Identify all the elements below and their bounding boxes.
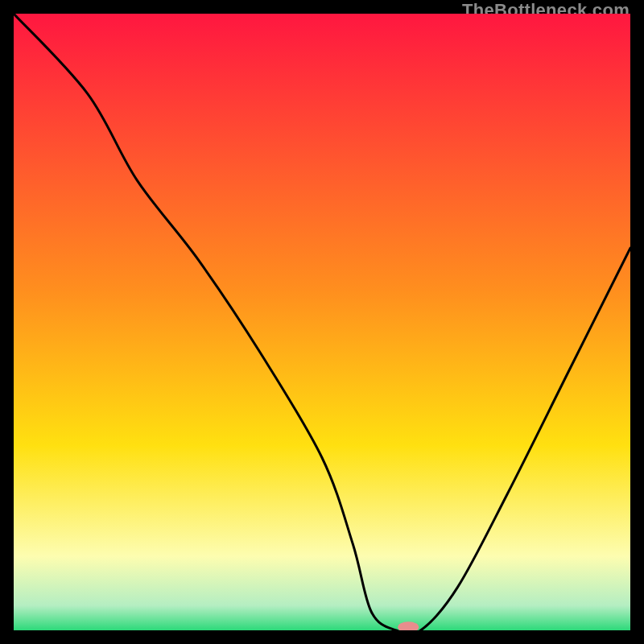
bottleneck-chart: [14, 14, 630, 630]
chart-frame: TheBottleneck.com: [0, 0, 644, 644]
gradient-background: [14, 14, 630, 630]
